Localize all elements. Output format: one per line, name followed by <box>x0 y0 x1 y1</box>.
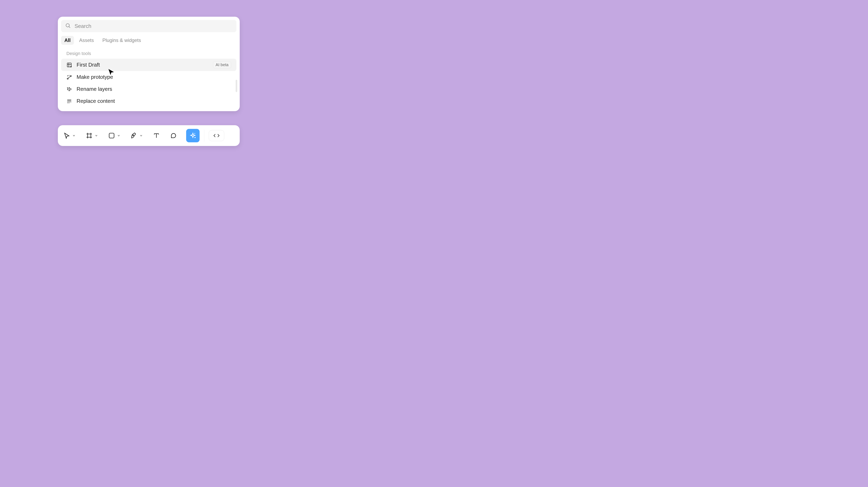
search-field[interactable] <box>61 20 237 32</box>
rectangle-tool-icon[interactable] <box>107 130 116 141</box>
item-label: Make prototype <box>76 74 113 80</box>
frame-add-icon <box>66 62 72 68</box>
toolbar <box>58 125 240 146</box>
frame-tool-icon[interactable] <box>85 130 94 141</box>
text-tool-icon[interactable] <box>152 130 161 141</box>
ai-beta-badge: AI beta <box>213 62 231 68</box>
svg-point-23 <box>194 133 195 134</box>
replace-content-icon <box>66 98 72 104</box>
chevron-down-icon[interactable] <box>71 134 76 137</box>
item-label: Rename layers <box>76 86 112 92</box>
tool-shape-group[interactable] <box>107 130 121 141</box>
svg-point-8 <box>70 75 71 76</box>
tabs: All Assets Plugins & widgets <box>58 32 240 47</box>
search-input[interactable] <box>74 23 232 29</box>
comment-tool-icon[interactable] <box>169 130 178 141</box>
quick-actions-panel: All Assets Plugins & widgets Design tool… <box>58 17 240 111</box>
pen-tool-icon[interactable] <box>129 130 138 141</box>
item-label: Replace content <box>76 98 115 104</box>
svg-point-18 <box>133 135 133 136</box>
flow-sparkle-icon <box>66 74 72 80</box>
chevron-down-icon[interactable] <box>138 134 144 137</box>
search-icon <box>65 23 71 29</box>
tab-assets[interactable]: Assets <box>76 36 97 45</box>
chevron-down-icon[interactable] <box>116 134 121 137</box>
tool-pen-group[interactable] <box>129 130 144 141</box>
tool-move-group[interactable] <box>62 130 76 141</box>
scrollbar[interactable] <box>236 80 237 92</box>
rename-icon <box>66 86 72 92</box>
item-first-draft[interactable]: First Draft AI beta <box>61 59 237 71</box>
tool-frame-group[interactable] <box>85 130 99 141</box>
dev-mode-toggle[interactable] <box>209 130 224 141</box>
svg-point-0 <box>66 24 69 27</box>
svg-rect-2 <box>67 63 71 67</box>
tab-plugins-widgets[interactable]: Plugins & widgets <box>99 36 144 45</box>
item-replace-content[interactable]: Replace content <box>61 95 237 107</box>
tab-all[interactable]: All <box>61 36 74 45</box>
svg-rect-17 <box>109 133 114 138</box>
items-list: First Draft AI beta Make prototype <box>58 59 240 111</box>
svg-point-7 <box>67 78 68 79</box>
section-label-design-tools: Design tools <box>58 47 240 59</box>
item-make-prototype[interactable]: Make prototype <box>61 71 237 83</box>
move-tool-icon[interactable] <box>62 130 71 141</box>
item-rename-layers[interactable]: Rename layers <box>61 83 237 95</box>
ai-actions-tool-icon[interactable] <box>186 129 199 142</box>
chevron-down-icon[interactable] <box>94 134 99 137</box>
item-label: First Draft <box>76 62 100 68</box>
svg-line-1 <box>69 27 70 28</box>
